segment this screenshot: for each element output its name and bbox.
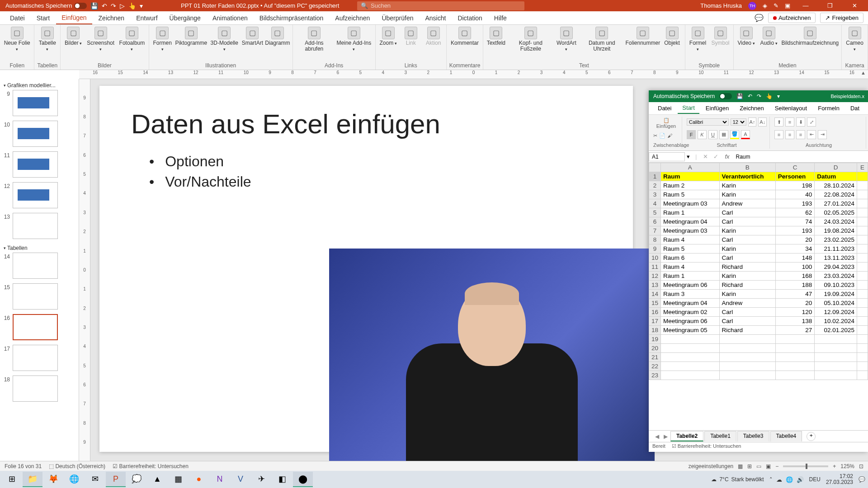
xl-cell[interactable]: 28.10.2024 [815, 181, 857, 190]
ribbon-tab-bildschirmpräsentation[interactable]: Bildschirmpräsentation [254, 12, 329, 24]
tb-outlook-icon[interactable]: ✉ [85, 472, 105, 487]
xl-sheet-next-icon[interactable]: ▶ [662, 433, 670, 440]
xl-cell[interactable]: 168 [775, 272, 815, 281]
xl-cell[interactable]: Carl [719, 235, 775, 244]
xl-redo-icon[interactable]: ↷ [757, 93, 761, 99]
zoom-in-icon[interactable]: + [833, 463, 836, 469]
xl-row-header[interactable]: 18 [649, 326, 661, 335]
ribbon-tab-übergänge[interactable]: Übergänge [164, 12, 206, 24]
slide-bullet[interactable]: Vor/Nachteile [149, 174, 601, 190]
slide-thumbnail[interactable] [13, 283, 58, 310]
ribbon-formel[interactable]: ▢Formel [688, 27, 708, 52]
tb-app2-icon[interactable]: ▦ [168, 472, 188, 487]
save-icon[interactable]: 💾 [90, 2, 98, 9]
slide-body[interactable]: OptionenVor/Nachteile [131, 153, 601, 190]
xl-row-header[interactable]: 15 [649, 299, 661, 308]
xl-italic-button[interactable]: K [698, 130, 707, 139]
ribbon-screenshot[interactable]: ▢Screenshot [86, 27, 115, 52]
ribbon-fotoalbum[interactable]: ▢Fotoalbum [118, 27, 146, 52]
ribbon-meine-add-ins[interactable]: ▢Meine Add-Ins [335, 27, 372, 52]
xl-tab-formeln[interactable]: Formeln [813, 103, 844, 113]
zoom-level[interactable]: 125% [840, 463, 854, 469]
xl-cell[interactable]: 02.05.2025 [815, 208, 857, 217]
xl-namebox-dropdown-icon[interactable]: ▾ [685, 153, 692, 160]
xl-align-top-icon[interactable]: ⬆ [774, 117, 783, 127]
ribbon-piktogramme[interactable]: ▢Piktogramme [176, 27, 207, 46]
ribbon-tab-einfügen[interactable]: Einfügen [56, 12, 92, 24]
ribbon-kommentar[interactable]: ▢Kommentar [451, 27, 479, 46]
xl-cell[interactable]: 34 [775, 244, 815, 253]
xl-row-header[interactable]: 22 [649, 362, 661, 371]
tb-powerpoint-icon[interactable]: P [106, 472, 126, 487]
xl-cell[interactable]: Personen [775, 172, 815, 181]
xl-cell[interactable]: Meetingraum 05 [661, 326, 720, 335]
xl-row-header[interactable]: 16 [649, 308, 661, 317]
xl-cell[interactable]: 20 [775, 235, 815, 244]
close-button[interactable]: ✕ [845, 2, 863, 9]
fit-window-icon[interactable]: ⊡ [859, 463, 863, 469]
ribbon-neue-folie[interactable]: ▢Neue Folie [3, 27, 31, 52]
xl-row-header[interactable]: 9 [649, 244, 661, 253]
slide-thumbnail[interactable] [13, 375, 58, 402]
xl-cell[interactable]: Karin [719, 181, 775, 190]
comments-icon[interactable]: 💬 [755, 14, 764, 22]
ribbon-tab-entwurf[interactable]: Entwurf [131, 12, 163, 24]
xl-cell[interactable]: 40 [775, 190, 815, 199]
maximize-button[interactable]: ❐ [821, 2, 839, 9]
xl-autosave-toggle[interactable] [719, 93, 732, 99]
xl-copy-icon[interactable]: 📄 [659, 133, 665, 139]
xl-cell[interactable]: Richard [719, 263, 775, 272]
xl-cell[interactable]: Karin [719, 290, 775, 299]
xl-align-bottom-icon[interactable]: ⬇ [796, 117, 805, 127]
xl-cell[interactable]: Raum 2 [661, 181, 720, 190]
xl-cell[interactable]: Raum 4 [661, 235, 720, 244]
xl-font-color-icon[interactable]: A [741, 130, 750, 139]
slide-thumbnail[interactable] [13, 213, 58, 239]
xl-indent-inc-icon[interactable]: ⇥ [818, 130, 827, 139]
xl-cell[interactable]: 27 [775, 326, 815, 335]
xl-cell[interactable]: Raum 5 [661, 244, 720, 253]
autosave-toggle[interactable]: Automatisches Speichern [5, 2, 87, 9]
ribbon-3d-modelle[interactable]: ▢3D-Modelle [209, 27, 240, 52]
xl-col-header[interactable]: B [719, 163, 775, 172]
xl-row-header[interactable]: 21 [649, 353, 661, 362]
user-avatar[interactable]: TH [748, 2, 756, 10]
xl-cell[interactable]: 23.03.2024 [815, 272, 857, 281]
xl-sheet-prev-icon[interactable]: ◀ [653, 433, 661, 440]
record-button[interactable]: Aufzeichnen [768, 13, 816, 23]
xl-fill-color-icon[interactable]: 🪣 [730, 130, 739, 139]
xl-cell[interactable]: 198 [775, 181, 815, 190]
xl-grow-font-icon[interactable]: A↑ [748, 117, 757, 127]
xl-cell[interactable]: Andrew [719, 199, 775, 208]
xl-cell[interactable]: 09.10.2023 [815, 281, 857, 290]
slide-thumbnail[interactable] [13, 345, 58, 371]
xl-col-header[interactable]: D [815, 163, 857, 172]
ribbon-tabelle[interactable]: ▢Tabelle [37, 27, 57, 52]
xl-cell[interactable]: Carl [719, 253, 775, 263]
xl-row-header[interactable]: 5 [649, 208, 661, 217]
ribbon-textfeld[interactable]: ▢Textfeld [486, 27, 506, 46]
xl-cell[interactable]: Verantwortlich [719, 172, 775, 181]
xl-cell[interactable]: 193 [775, 199, 815, 208]
slide-bullet[interactable]: Optionen [149, 153, 601, 170]
tray-clock[interactable]: 17:02 27.03.2023 [826, 474, 853, 485]
xl-a11y-status[interactable]: ☑ Barrierefreiheit: Untersuchen [672, 443, 741, 451]
section-header[interactable]: Tabellen [3, 244, 76, 253]
xl-touch-icon[interactable]: 👆 [766, 93, 773, 99]
ribbon-audio[interactable]: ▢Audio [759, 27, 779, 46]
xl-row-header[interactable]: 2 [649, 181, 661, 190]
xl-cell[interactable]: Karin [719, 272, 775, 281]
xl-row-header[interactable]: 23 [649, 371, 661, 380]
xl-cell[interactable]: 74 [775, 217, 815, 226]
view-normal-icon[interactable]: ▦ [738, 463, 743, 469]
tb-app-icon[interactable]: 💭 [127, 472, 146, 487]
ribbon-foliennummer[interactable]: ▢Foliennummer [626, 27, 659, 46]
xl-row-header[interactable]: 20 [649, 344, 661, 353]
xl-row-header[interactable]: 13 [649, 281, 661, 290]
xl-cell[interactable]: 12.09.2024 [815, 308, 857, 317]
xl-orientation-icon[interactable]: ⤢ [807, 117, 816, 127]
display-settings[interactable]: zeigeeinstellungen [689, 463, 733, 469]
xl-cell[interactable]: 100 [775, 263, 815, 272]
xl-cell[interactable]: 188 [775, 281, 815, 290]
xl-sheet-tab[interactable]: Tabelle3 [737, 431, 769, 441]
